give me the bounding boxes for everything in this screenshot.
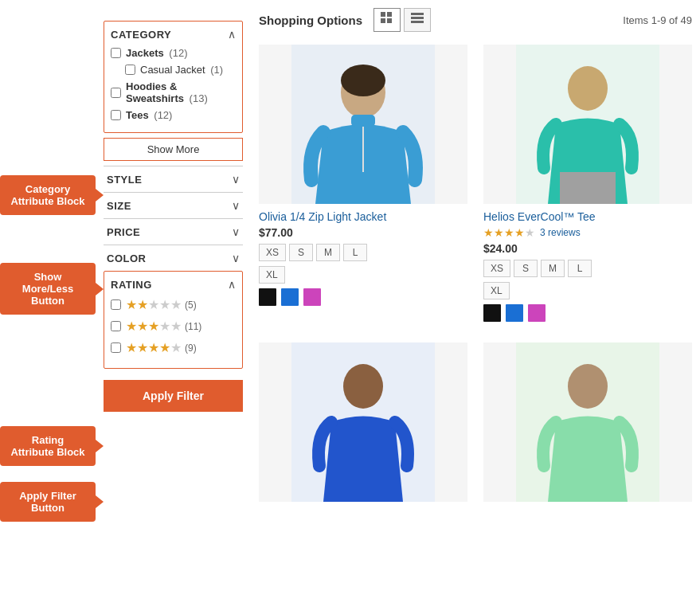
svg-point-12 (568, 66, 608, 111)
size-options-1: XS S M L (259, 244, 467, 261)
view-toggle (373, 8, 431, 32)
svg-rect-13 (560, 172, 616, 204)
rating-item-3star: ★ ★ ★ ★ ★ (11) (111, 319, 236, 334)
category-filter-section: CATEGORY ∧ Jackets (12) Casual Jacket (1… (104, 21, 243, 133)
product-image-4 (483, 342, 692, 502)
product-name-2[interactable]: Helios EverCool™ Tee (483, 210, 692, 223)
list-icon (411, 12, 424, 25)
filter-item-hoodies: Hoodies & Sweatshirts (13) (111, 80, 236, 104)
svg-rect-3 (387, 18, 392, 23)
product-grid: Olivia 1/4 Zip Light Jacket $77.00 XS S … (259, 45, 692, 508)
size-l-2[interactable]: L (568, 260, 592, 277)
product-image-1 (259, 45, 467, 204)
size-xl-2[interactable]: XL (483, 282, 510, 299)
items-count: Items 1-9 of 49 (623, 14, 692, 26)
rating-2star-count: (5) (185, 299, 197, 311)
product-card-4 (483, 342, 692, 508)
color-blue-2[interactable] (506, 304, 523, 322)
rating-3star-checkbox[interactable] (111, 321, 121, 331)
color-black-1[interactable] (259, 288, 276, 306)
filter-panel: CATEGORY ∧ Jackets (12) Casual Jacket (1… (104, 8, 243, 538)
apply-filter-label: Apply Filter Button (0, 482, 96, 522)
show-more-less-label: Show More/Less Button (0, 263, 96, 315)
filter-item-casual-jacket: Casual Jacket (1) (111, 64, 236, 76)
product-price-2: $24.00 (483, 242, 692, 255)
svg-rect-2 (381, 18, 385, 23)
size-m-2[interactable]: M (541, 260, 565, 277)
size-xs-2[interactable]: XS (483, 260, 510, 277)
rating-item-2star: ★ ★ ★ ★ ★ (5) (111, 297, 236, 312)
casual-jacket-label: Casual Jacket (1) (140, 64, 223, 76)
product-card-2: Helios EverCool™ Tee ★ ★ ★ ★ ★ 3 reviews… (483, 45, 692, 327)
list-view-button[interactable] (404, 8, 431, 32)
sidebar-labels: Category Attribute Block Show More/Less … (0, 8, 96, 538)
product-name-1[interactable]: Olivia 1/4 Zip Light Jacket (259, 210, 467, 223)
rating-4star-count: (9) (185, 342, 197, 354)
tees-checkbox[interactable] (111, 110, 121, 120)
rating-3star-count: (11) (185, 321, 201, 332)
svg-rect-0 (381, 12, 385, 17)
price-title: PRICE (107, 226, 140, 238)
color-title: COLOR (107, 252, 146, 264)
category-attribute-label: Category Attribute Block (0, 175, 96, 215)
product-image-3 (259, 342, 467, 502)
size-filter-header: SIZE ∨ (104, 192, 243, 218)
svg-rect-10 (351, 115, 375, 127)
size-chevron[interactable]: ∨ (232, 199, 240, 212)
svg-point-15 (343, 364, 383, 409)
category-section-header: CATEGORY ∧ (111, 28, 236, 41)
size-s-2[interactable]: S (514, 260, 538, 277)
rating-section-header: RATING ∧ (111, 278, 236, 291)
rating-item-4star: ★ ★ ★ ★ ★ (9) (111, 340, 236, 355)
color-options-1 (259, 288, 467, 306)
style-chevron[interactable]: ∨ (232, 173, 240, 186)
style-title: STYLE (107, 174, 142, 186)
size-xs-1[interactable]: XS (259, 244, 286, 261)
product-card-1: Olivia 1/4 Zip Light Jacket $77.00 XS S … (259, 45, 467, 327)
review-count-2[interactable]: 3 reviews (540, 227, 581, 238)
svg-rect-6 (411, 21, 424, 23)
hoodies-checkbox[interactable] (111, 88, 121, 98)
color-black-2[interactable] (483, 304, 501, 322)
svg-point-17 (568, 364, 608, 409)
rating-2star-checkbox[interactable] (111, 299, 121, 310)
color-filter-header: COLOR ∨ (104, 245, 243, 271)
color-chevron[interactable]: ∨ (232, 252, 240, 264)
jackets-checkbox[interactable] (111, 48, 121, 58)
style-filter-header: STYLE ∨ (104, 166, 243, 192)
category-title: CATEGORY (111, 29, 171, 41)
rating-4star-checkbox[interactable] (111, 342, 121, 353)
price-chevron[interactable]: ∨ (232, 225, 240, 238)
shopping-options-title: Shopping Options (259, 14, 362, 27)
color-options-2 (483, 304, 692, 322)
color-blue-1[interactable] (281, 288, 299, 306)
price-filter-header: PRICE ∨ (104, 218, 243, 245)
size-options-2: XS S M L (483, 260, 692, 277)
product-stars-2: ★ ★ ★ ★ ★ 3 reviews (483, 226, 692, 239)
hoodies-label: Hoodies & Sweatshirts (13) (126, 80, 236, 104)
shopping-options-row: Shopping Options (259, 8, 431, 32)
size-options-2b: XL (483, 282, 692, 299)
size-l-1[interactable]: L (343, 244, 367, 261)
rating-3star-stars: ★ ★ ★ ★ ★ (126, 319, 182, 334)
size-s-1[interactable]: S (289, 244, 313, 261)
size-xl-1[interactable]: XL (259, 266, 285, 284)
product-area: Shopping Options (251, 8, 700, 538)
filter-item-tees: Tees (12) (111, 109, 236, 121)
rating-title: RATING (111, 279, 152, 291)
color-pink-2[interactable] (528, 304, 546, 322)
casual-jacket-checkbox[interactable] (125, 65, 135, 75)
category-chevron[interactable]: ∧ (228, 28, 236, 41)
apply-filter-button[interactable]: Apply Filter (104, 380, 243, 412)
rating-filter-section: RATING ∧ ★ ★ ★ ★ ★ (5) (104, 271, 243, 369)
show-more-button[interactable]: Show More (104, 138, 243, 161)
filter-item-jackets: Jackets (12) (111, 47, 236, 59)
rating-chevron[interactable]: ∧ (228, 278, 236, 291)
product-image-2 (483, 45, 692, 204)
size-m-1[interactable]: M (316, 244, 340, 261)
tees-label: Tees (12) (126, 109, 172, 121)
color-pink-1[interactable] (303, 288, 321, 306)
grid-view-button[interactable] (373, 8, 401, 32)
grid-icon (381, 12, 393, 25)
svg-rect-4 (411, 13, 424, 15)
